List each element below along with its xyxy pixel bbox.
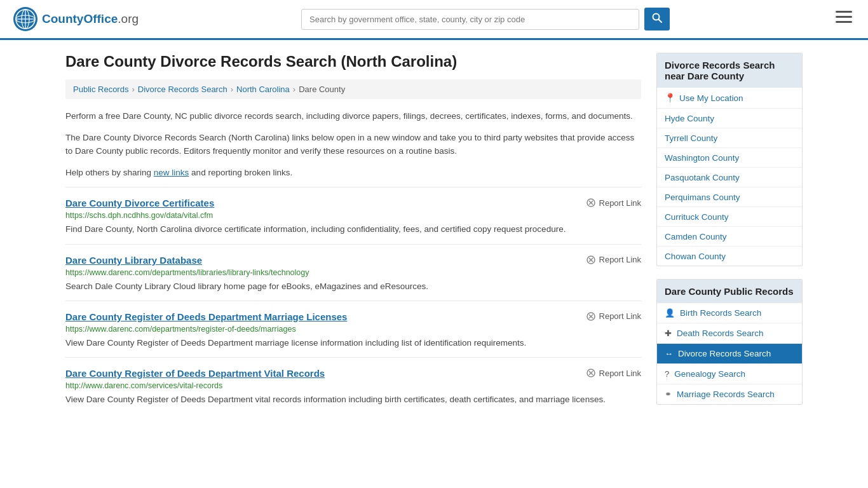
search-input[interactable] <box>301 9 639 30</box>
nearby-header: Divorce Records Search near Dare County <box>657 53 802 88</box>
hamburger-icon <box>836 11 852 24</box>
nearby-county-link-0[interactable]: Hyde County <box>665 114 714 123</box>
breadcrumb-divorce-records-search[interactable]: Divorce Records Search <box>138 85 227 94</box>
result-url-2[interactable]: https://www.darenc.com/departments/regis… <box>65 325 641 334</box>
report-icon <box>586 255 596 265</box>
results-list: Dare County Divorce Certificates Report … <box>65 187 641 414</box>
result-title-2[interactable]: Dare County Register of Deeds Department… <box>65 311 347 322</box>
nearby-section: Divorce Records Search near Dare County … <box>656 53 803 266</box>
breadcrumb: Public Records › Divorce Records Search … <box>65 79 641 99</box>
nearby-county-link-6[interactable]: Camden County <box>665 232 727 241</box>
result-item: Dare County Divorce Certificates Report … <box>65 187 641 243</box>
record-icon-1: ✚ <box>665 329 672 338</box>
record-icon-3: ? <box>665 369 669 379</box>
record-icon-4: ⚭ <box>665 390 672 399</box>
content-area: Dare County Divorce Records Search (Nort… <box>65 53 641 417</box>
new-links-link[interactable]: new links <box>154 168 189 177</box>
use-my-location[interactable]: 📍 Use My Location <box>657 88 802 109</box>
result-desc-3: View Dare County Register of Deeds Depar… <box>65 393 641 406</box>
public-record-link-2[interactable]: Divorce Records Search <box>678 349 771 358</box>
result-url-1[interactable]: https://www.darenc.com/departments/libra… <box>65 268 641 277</box>
sidebar: Divorce Records Search near Dare County … <box>656 53 803 417</box>
desc-para-2: The Dare County Divorce Records Search (… <box>65 131 641 158</box>
nearby-county-link-3[interactable]: Pasquotank County <box>665 173 740 182</box>
nearby-county-item: Currituck County <box>657 207 802 227</box>
logo-icon <box>13 6 38 32</box>
record-icon-0: 👤 <box>665 308 675 318</box>
public-record-item[interactable]: ? Genealogy Search <box>657 364 802 384</box>
record-icon-2: ↔ <box>665 349 673 358</box>
report-icon <box>586 198 596 208</box>
result-title-1[interactable]: Dare County Library Database <box>65 255 202 266</box>
public-record-link-0[interactable]: Birth Records Search <box>680 308 761 318</box>
hamburger-button[interactable] <box>832 8 855 30</box>
result-item: Dare County Library Database Report Link… <box>65 244 641 301</box>
nearby-county-item: Washington County <box>657 148 802 168</box>
report-link-3[interactable]: Report Link <box>586 368 641 378</box>
public-record-item[interactable]: 👤 Birth Records Search <box>657 303 802 323</box>
public-record-link-3[interactable]: Genealogy Search <box>674 369 745 379</box>
nearby-county-item: Camden County <box>657 227 802 247</box>
nearby-county-link-5[interactable]: Currituck County <box>665 212 729 222</box>
search-icon <box>652 13 662 23</box>
result-title-3[interactable]: Dare County Register of Deeds Department… <box>65 368 325 379</box>
public-record-link-4[interactable]: Marriage Records Search <box>677 390 775 399</box>
public-record-link-1[interactable]: Death Records Search <box>677 329 764 338</box>
report-link-1[interactable]: Report Link <box>586 255 641 265</box>
desc-para-3: Help others by sharing new links and rep… <box>65 166 641 180</box>
nearby-county-item: Tyrrell County <box>657 128 802 148</box>
nearby-county-item: Perquimans County <box>657 187 802 207</box>
result-title-0[interactable]: Dare County Divorce Certificates <box>65 198 214 208</box>
public-records-header: Dare County Public Records <box>657 280 802 303</box>
nearby-county-link-1[interactable]: Tyrrell County <box>665 133 717 143</box>
logo-text: CountyOffice.org <box>42 12 139 26</box>
public-records-list: 👤 Birth Records Search ✚ Death Records S… <box>657 303 802 404</box>
page-title: Dare County Divorce Records Search (Nort… <box>65 53 641 71</box>
location-icon: 📍 <box>665 93 675 103</box>
nearby-counties-list: Hyde CountyTyrrell CountyWashington Coun… <box>657 109 802 266</box>
breadcrumb-dare-county: Dare County <box>299 85 345 94</box>
logo-area[interactable]: CountyOffice.org <box>13 6 139 32</box>
result-desc-0: Find Dare County, North Carolina divorce… <box>65 223 641 236</box>
result-url-0[interactable]: https://schs.dph.ncdhhs.gov/data/vital.c… <box>65 211 641 220</box>
public-records-section: Dare County Public Records 👤 Birth Recor… <box>656 279 803 405</box>
svg-rect-8 <box>836 11 852 13</box>
search-area <box>301 8 670 30</box>
nearby-county-item: Hyde County <box>657 109 802 128</box>
result-item: Dare County Register of Deeds Department… <box>65 301 641 357</box>
report-link-0[interactable]: Report Link <box>586 198 641 208</box>
nearby-county-item: Pasquotank County <box>657 168 802 187</box>
nearby-county-item: Chowan County <box>657 247 802 266</box>
nearby-county-link-7[interactable]: Chowan County <box>665 252 726 261</box>
breadcrumb-north-carolina[interactable]: North Carolina <box>236 85 290 94</box>
use-my-location-link[interactable]: Use My Location <box>679 93 743 103</box>
desc-para-1: Perform a free Dare County, NC public di… <box>65 109 641 123</box>
result-url-3[interactable]: http://www.darenc.com/services/vital-rec… <box>65 381 641 390</box>
search-button[interactable] <box>644 8 670 30</box>
public-record-item[interactable]: ⚭ Marriage Records Search <box>657 384 802 404</box>
svg-line-7 <box>659 20 662 23</box>
result-desc-2: View Dare County Register of Deeds Depar… <box>65 337 641 349</box>
svg-rect-9 <box>836 16 852 18</box>
report-icon <box>586 311 596 322</box>
nearby-county-link-4[interactable]: Perquimans County <box>665 193 740 202</box>
report-icon <box>586 368 596 378</box>
report-link-2[interactable]: Report Link <box>586 311 641 322</box>
main-container: Dare County Divorce Records Search (Nort… <box>53 40 815 430</box>
nearby-county-link-2[interactable]: Washington County <box>665 153 739 163</box>
public-record-item[interactable]: ✚ Death Records Search <box>657 323 802 344</box>
breadcrumb-public-records[interactable]: Public Records <box>73 85 128 94</box>
svg-rect-10 <box>836 21 852 23</box>
result-desc-1: Search Dale County Library Cloud library… <box>65 280 641 293</box>
public-record-item[interactable]: ↔ Divorce Records Search <box>657 344 802 364</box>
result-item: Dare County Register of Deeds Department… <box>65 357 641 414</box>
